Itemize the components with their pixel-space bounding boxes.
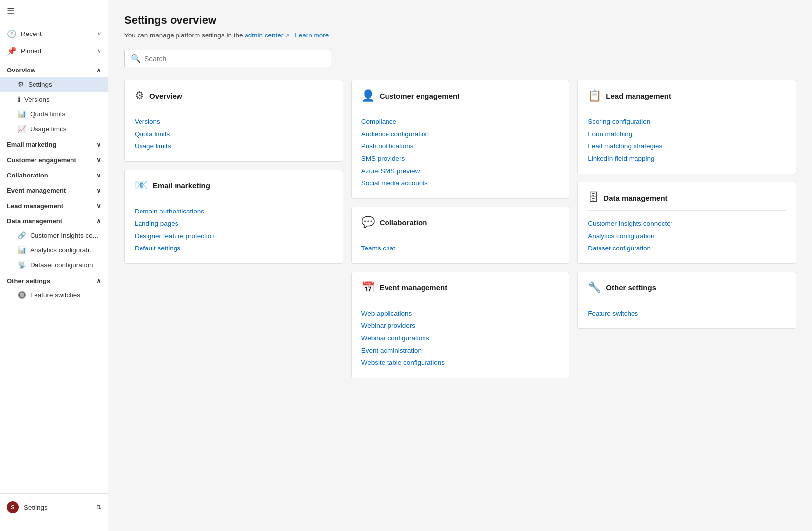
column: ⚙OverviewVersionsQuota limitsUsage limit… (124, 80, 343, 378)
other-settings-chevron: ∧ (96, 277, 101, 284)
event-management-card: 📅Event managementWeb applicationsWebinar… (351, 272, 570, 378)
lead-management-card-title: Lead management (606, 92, 671, 100)
email-marketing-card-title: Email marketing (153, 181, 210, 190)
sidebar-item-settings[interactable]: ⚙ Settings (0, 77, 108, 92)
recent-icon: 🕐 (7, 29, 17, 38)
avatar: S (7, 501, 19, 513)
audience-link[interactable]: Audience configuration (361, 128, 560, 140)
cards-grid: ⚙OverviewVersionsQuota limitsUsage limit… (124, 80, 796, 378)
analytics-config-link[interactable]: Analytics configuration (588, 230, 786, 242)
sidebar-group-collaboration[interactable]: Collaboration ∨ (0, 167, 108, 182)
event-management-card-title: Event management (380, 283, 448, 292)
usage-icon: 📈 (18, 125, 26, 133)
sidebar-top-nav: 🕐 Recent ∨ 📌 Pinned ∨ (0, 23, 108, 62)
sidebar-item-analytics-config[interactable]: 📊 Analytics configurati... (0, 243, 108, 257)
other-settings-group-label: Other settings (7, 277, 50, 284)
other-settings-card-header: 🔧Other settings (588, 281, 786, 300)
sidebar-group-data-management[interactable]: Data management ∧ (0, 212, 108, 228)
landing-link[interactable]: Landing pages (135, 217, 333, 230)
push-notif-link[interactable]: Push notifications (361, 140, 560, 152)
teams-chat-link[interactable]: Teams chat (361, 242, 560, 254)
event-management-card-icon: 📅 (361, 281, 375, 294)
default-link[interactable]: Default settings (135, 242, 333, 254)
overview-group-chevron: ∧ (96, 67, 101, 74)
event-admin-link[interactable]: Event administration (361, 344, 560, 356)
sidebar-dataset-config-label: Dataset configuration (30, 261, 93, 269)
sidebar-item-quota[interactable]: 📊 Quota limits (0, 106, 108, 121)
social-link[interactable]: Social media accounts (361, 177, 560, 189)
sidebar-item-customer-insights[interactable]: 🔗 Customer Insights co... (0, 228, 108, 243)
data-management-chevron: ∧ (96, 217, 101, 225)
sidebar-item-recent[interactable]: 🕐 Recent ∨ (0, 25, 108, 42)
customer-engagement-card-title: Customer engagement (380, 92, 460, 100)
webinar-configs-link[interactable]: Webinar configurations (361, 332, 560, 344)
lead-management-card-header: 📋Lead management (588, 89, 786, 108)
dataset-config-link[interactable]: Dataset configuration (588, 242, 786, 254)
collaboration-card-header: 💬Collaboration (361, 216, 560, 235)
learn-more-link[interactable]: Learn more (295, 32, 329, 39)
data-management-group-label: Data management (7, 217, 62, 225)
sidebar-item-usage[interactable]: 📈 Usage limits (0, 121, 108, 136)
sidebar-versions-label: Versions (24, 96, 50, 103)
sms-link[interactable]: SMS providers (361, 152, 560, 165)
lead-management-chevron: ∨ (96, 202, 101, 210)
quota-link[interactable]: Quota limits (135, 128, 333, 140)
sidebar-group-overview[interactable]: Overview ∧ (0, 62, 108, 77)
customer-engagement-group-label: Customer engagement (7, 156, 76, 164)
page-subtitle: You can manage platform settings in the … (124, 32, 796, 39)
collaboration-chevron: ∨ (96, 172, 101, 179)
event-management-card-header: 📅Event management (361, 281, 560, 300)
sidebar-group-other-settings[interactable]: Other settings ∧ (0, 272, 108, 287)
sidebar-item-versions[interactable]: ℹ Versions (0, 92, 108, 106)
customer-engagement-chevron: ∨ (96, 156, 101, 164)
versions-icon: ℹ (18, 95, 20, 103)
data-management-card-header: 🗄Data management (588, 191, 786, 211)
sidebar-item-pinned[interactable]: 📌 Pinned ∨ (0, 42, 108, 60)
domain-link[interactable]: Domain authentications (135, 205, 333, 217)
azure-sms-link[interactable]: Azure SMS preview (361, 165, 560, 177)
compliance-link[interactable]: Compliance (361, 115, 560, 128)
recent-chevron: ∨ (97, 31, 101, 37)
main-content: Settings overview You can manage platfor… (108, 0, 812, 531)
web-apps-link[interactable]: Web applications (361, 307, 560, 319)
sidebar: ☰ 🕐 Recent ∨ 📌 Pinned ∨ Overview ∧ ⚙ Set… (0, 0, 108, 531)
sidebar-group-email-marketing[interactable]: Email marketing ∨ (0, 136, 108, 151)
feature-switches-link[interactable]: Feature switches (588, 307, 786, 319)
hamburger-menu-icon[interactable]: ☰ (7, 6, 15, 16)
designer-link[interactable]: Designer feature protection (135, 230, 333, 242)
page-title: Settings overview (124, 14, 796, 27)
data-management-card-title: Data management (603, 194, 667, 202)
sidebar-recent-label: Recent (21, 30, 93, 37)
versions-link[interactable]: Versions (135, 115, 333, 128)
overview-card-header: ⚙Overview (135, 89, 333, 108)
linkedin-link[interactable]: LinkedIn field mapping (588, 152, 786, 165)
sidebar-bottom-chevron: ⇅ (96, 504, 101, 511)
admin-center-link[interactable]: admin center ↗ (245, 32, 291, 39)
sidebar-analytics-config-label: Analytics configurati... (30, 247, 95, 254)
sidebar-group-event-management[interactable]: Event management ∨ (0, 182, 108, 197)
form-matching-link[interactable]: Form matching (588, 128, 786, 140)
sidebar-item-dataset-config[interactable]: 📡 Dataset configuration (0, 257, 108, 272)
customer-engagement-card: 👤Customer engagementComplianceAudience c… (351, 80, 570, 199)
pinned-chevron: ∨ (97, 48, 101, 54)
analytics-config-icon: 📊 (18, 246, 26, 254)
webinar-providers-link[interactable]: Webinar providers (361, 319, 560, 332)
sidebar-bottom-settings[interactable]: S Settings ⇅ (0, 497, 108, 517)
overview-card-icon: ⚙ (135, 89, 144, 102)
data-management-card-icon: 🗄 (588, 191, 599, 204)
other-settings-card-title: Other settings (606, 283, 656, 292)
customer-engagement-card-icon: 👤 (361, 89, 375, 102)
sidebar-item-feature-switches[interactable]: 🔘 Feature switches (0, 287, 108, 302)
ci-connector-link[interactable]: Customer Insights connector (588, 217, 786, 230)
usage-link[interactable]: Usage limits (135, 140, 333, 152)
email-marketing-card-icon: 📧 (135, 179, 148, 192)
customer-engagement-card-header: 👤Customer engagement (361, 89, 560, 108)
lead-matching-link[interactable]: Lead matching strategies (588, 140, 786, 152)
sidebar-group-lead-management[interactable]: Lead management ∨ (0, 197, 108, 212)
email-marketing-card: 📧Email marketingDomain authenticationsLa… (124, 170, 343, 264)
search-input[interactable] (144, 55, 325, 63)
website-table-link[interactable]: Website table configurations (361, 356, 560, 369)
other-settings-card: 🔧Other settingsFeature switches (577, 272, 796, 329)
scoring-link[interactable]: Scoring configuration (588, 115, 786, 128)
sidebar-group-customer-engagement[interactable]: Customer engagement ∨ (0, 151, 108, 167)
